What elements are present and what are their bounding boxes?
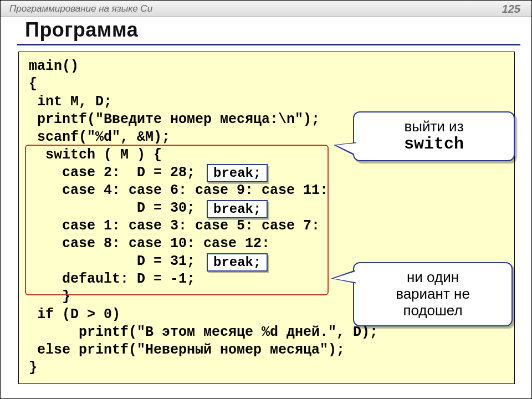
break-chip-3: break;	[207, 253, 268, 272]
page-title: Программа	[25, 18, 138, 42]
break-chip-1: break;	[207, 164, 268, 182]
code-l17: else printf("Неверный номер месяца");	[29, 342, 345, 358]
code-l5: scanf("%d", &M);	[29, 129, 170, 145]
header-bar: Программирование на языке Си * 125	[1, 1, 531, 17]
code-l16: printf("В этом месяце %d дней.", D);	[29, 324, 378, 340]
switch-highlight-box	[25, 145, 329, 295]
callout-tail-fill	[333, 272, 356, 284]
code-l18: }	[29, 360, 37, 376]
course-title: Программирование на языке Си	[9, 3, 152, 14]
code-l3: int M, D;	[29, 94, 112, 110]
callout-exit-switch: выйти из switch	[353, 111, 515, 161]
callout-default-line2: вариант не	[369, 285, 497, 302]
callout-default-line1: ни один	[369, 269, 497, 285]
callout-exit-line1: выйти из	[369, 118, 499, 135]
break-chip-2: break;	[207, 200, 268, 218]
code-l15: if (D > 0)	[29, 306, 120, 323]
slide: Программирование на языке Си * 125 Прогр…	[0, 0, 532, 399]
page-number: 125	[502, 1, 520, 17]
code-l2: {	[29, 76, 37, 92]
callout-default-line3: подошел	[369, 302, 497, 319]
callout-default: ни один вариант не подошел	[353, 262, 513, 326]
callout-exit-line2: switch	[369, 135, 499, 154]
title-rule	[17, 44, 520, 45]
code-l1: main()	[29, 58, 79, 74]
code-l4: printf("Введите номер месяца:\n");	[29, 111, 320, 127]
